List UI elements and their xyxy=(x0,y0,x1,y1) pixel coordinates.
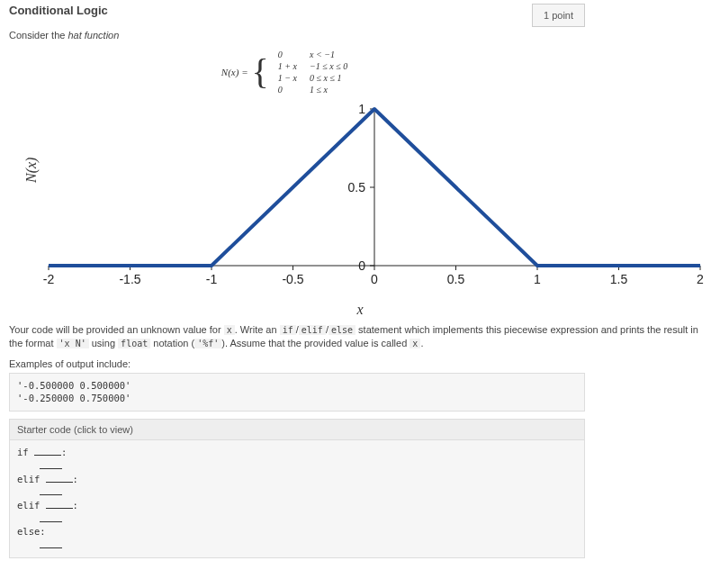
code-if: if xyxy=(280,325,296,335)
examples-codebox: '-0.500000 0.500000' '-0.250000 0.750000… xyxy=(9,373,585,412)
code-float: float xyxy=(118,339,150,348)
starter-code-toggle[interactable]: Starter code (click to view) xyxy=(9,419,585,439)
svg-text:0.5: 0.5 xyxy=(348,180,366,194)
formula-cases: 0x < −1 1 + x−1 ≤ x ≤ 0 1 − x0 ≤ x ≤ 1 0… xyxy=(271,48,355,96)
code-format: 'x N' xyxy=(57,339,89,348)
chart-svg: -2-1.5-1-0.500.511.5200.51 xyxy=(38,102,711,298)
piecewise-formula: N(x) = { 0x < −1 1 + x−1 ≤ x ≤ 0 1 − x0 … xyxy=(198,48,378,96)
hat-function-chart: N(x) -2-1.5-1-0.500.511.5200.51 x xyxy=(9,102,711,318)
blank xyxy=(34,448,61,456)
svg-text:0: 0 xyxy=(358,258,365,273)
starter-codebox: if : elif : elif : else: xyxy=(9,439,585,558)
examples-heading: Examples of output include: xyxy=(9,358,711,369)
svg-text:0: 0 xyxy=(371,272,378,286)
svg-text:0.5: 0.5 xyxy=(447,272,465,286)
formula-lhs: N(x) = xyxy=(221,67,248,77)
code-x: x xyxy=(224,325,235,335)
chart-plot-group: -2-1.5-1-0.500.511.5200.51 xyxy=(43,102,704,286)
blank xyxy=(40,540,62,548)
blank xyxy=(40,513,62,521)
blank xyxy=(46,500,73,508)
svg-text:2: 2 xyxy=(697,272,704,286)
intro-line: Consider the hat function xyxy=(9,30,711,41)
intro-prefix: Consider the xyxy=(9,30,68,41)
question-header: Conditional Logic 1 point xyxy=(9,4,711,27)
code-elif: elif xyxy=(299,325,326,335)
code-x2: x xyxy=(410,339,420,348)
code-pctf: '%f' xyxy=(194,339,221,348)
svg-text:-1.5: -1.5 xyxy=(119,272,140,286)
intro-hatfunction: hat function xyxy=(68,30,119,41)
svg-text:-2: -2 xyxy=(43,272,55,286)
question-prompt: Your code will be provided an unknown va… xyxy=(9,323,711,351)
code-else: else xyxy=(328,325,356,335)
left-brace: { xyxy=(252,56,269,88)
svg-text:-0.5: -0.5 xyxy=(282,272,303,286)
svg-text:1.5: 1.5 xyxy=(610,272,628,286)
svg-text:1: 1 xyxy=(534,272,541,286)
svg-text:-1: -1 xyxy=(206,272,218,286)
blank xyxy=(40,487,62,495)
points-badge: 1 point xyxy=(532,4,585,27)
chart-xlabel: x xyxy=(9,302,711,318)
blank xyxy=(40,460,62,468)
question-title: Conditional Logic xyxy=(9,4,108,17)
blank xyxy=(46,474,73,482)
svg-text:1: 1 xyxy=(358,102,365,116)
